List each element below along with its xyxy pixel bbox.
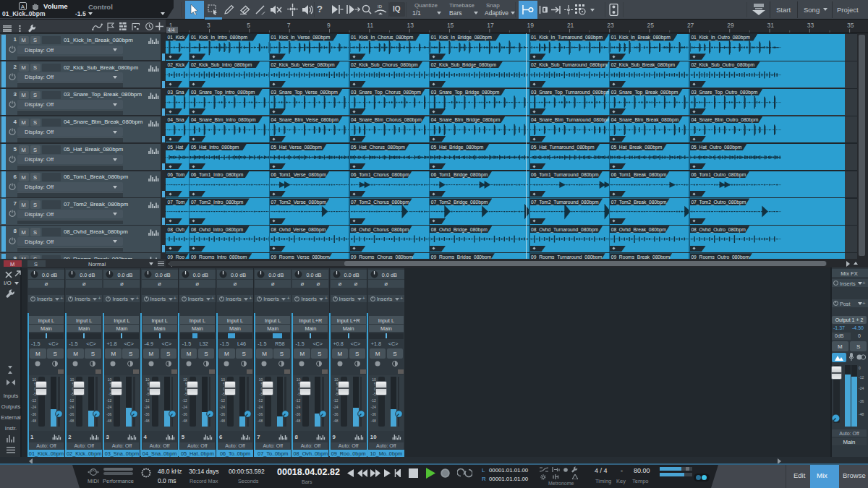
svg-text:A: A	[21, 4, 25, 10]
svg-text:ID: ID	[378, 4, 383, 9]
